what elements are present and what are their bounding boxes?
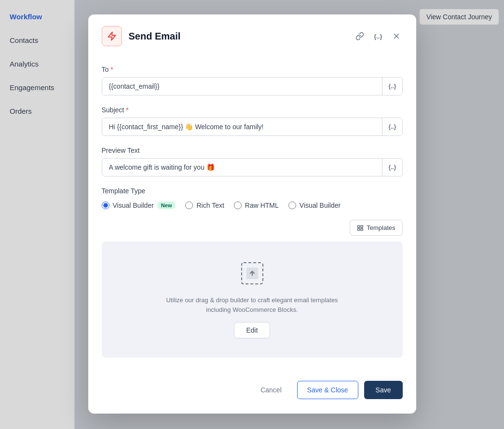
to-input-row: {..} bbox=[102, 77, 403, 95]
svg-marker-0 bbox=[108, 32, 115, 40]
preview-text-merge-tag-button[interactable]: {..} bbox=[382, 159, 402, 176]
subject-label: Subject * bbox=[102, 106, 403, 114]
subject-input[interactable] bbox=[102, 118, 382, 135]
modal-body: To * {..} Subject * {..} bbox=[88, 56, 416, 379]
radio-option-raw-html[interactable]: Raw HTML bbox=[234, 201, 279, 209]
to-label: To * bbox=[102, 66, 403, 73]
builder-area: Utilize our drag & drop builder to craft… bbox=[102, 241, 403, 358]
modal-footer: Cancel Save & Close Save bbox=[88, 381, 416, 399]
templates-icon bbox=[357, 225, 364, 231]
close-modal-button[interactable] bbox=[390, 30, 403, 42]
modal-header: Send Email {..} bbox=[88, 14, 416, 56]
radio-option-rich-text[interactable]: Rich Text bbox=[185, 201, 224, 209]
svg-rect-5 bbox=[358, 228, 360, 230]
radio-rich-text[interactable] bbox=[185, 201, 193, 209]
to-required-star: * bbox=[110, 66, 113, 73]
subject-input-row: {..} bbox=[102, 118, 403, 136]
subject-required-star: * bbox=[126, 106, 128, 114]
builder-description: Utilize our drag & drop builder to craft… bbox=[161, 295, 344, 314]
radio-visual-builder-2-label: Visual Builder bbox=[300, 201, 341, 209]
preview-text-input-row: {..} bbox=[102, 158, 403, 176]
preview-text-input[interactable] bbox=[102, 159, 382, 176]
radio-raw-html[interactable] bbox=[234, 201, 242, 209]
to-input[interactable] bbox=[102, 78, 382, 95]
to-merge-tag-button[interactable]: {..} bbox=[382, 78, 402, 95]
modal-overlay: Send Email {..} bbox=[0, 0, 504, 429]
save-close-button[interactable]: Save & Close bbox=[297, 381, 358, 399]
edit-button[interactable]: Edit bbox=[234, 322, 270, 338]
subject-field-group: Subject * {..} bbox=[102, 106, 403, 136]
drag-drop-icon bbox=[240, 261, 265, 288]
radio-option-visual-builder-2[interactable]: Visual Builder bbox=[288, 201, 341, 209]
templates-row: Templates bbox=[102, 220, 403, 236]
save-button[interactable]: Save bbox=[364, 381, 403, 399]
template-type-radio-group: Visual Builder New Rich Text Raw HTML Vi… bbox=[102, 201, 403, 209]
template-type-group: Template Type Visual Builder New Rich Te… bbox=[102, 187, 403, 209]
radio-visual-builder-label: Visual Builder bbox=[113, 201, 154, 209]
link-icon-button[interactable] bbox=[354, 30, 366, 42]
merge-tags-icon-button[interactable]: {..} bbox=[372, 31, 384, 42]
preview-text-field-group: Preview Text {..} bbox=[102, 147, 403, 176]
radio-rich-text-label: Rich Text bbox=[196, 201, 224, 209]
svg-rect-6 bbox=[361, 228, 363, 230]
subject-merge-tag-button[interactable]: {..} bbox=[382, 118, 402, 135]
preview-text-label: Preview Text bbox=[102, 147, 403, 154]
templates-button[interactable]: Templates bbox=[350, 220, 402, 236]
radio-visual-builder-2[interactable] bbox=[288, 201, 296, 209]
modal-title: Send Email bbox=[129, 31, 347, 42]
cancel-button[interactable]: Cancel bbox=[251, 381, 291, 399]
to-field-group: To * {..} bbox=[102, 66, 403, 95]
send-email-icon bbox=[102, 26, 122, 46]
svg-rect-4 bbox=[361, 225, 363, 227]
radio-raw-html-label: Raw HTML bbox=[245, 201, 279, 209]
radio-option-visual-builder[interactable]: Visual Builder New bbox=[102, 201, 176, 209]
new-badge: New bbox=[157, 201, 176, 209]
template-type-label: Template Type bbox=[102, 187, 403, 195]
send-email-modal: Send Email {..} bbox=[88, 14, 416, 414]
radio-visual-builder[interactable] bbox=[102, 201, 109, 209]
svg-rect-3 bbox=[358, 225, 360, 227]
modal-header-actions: {..} bbox=[354, 30, 402, 42]
